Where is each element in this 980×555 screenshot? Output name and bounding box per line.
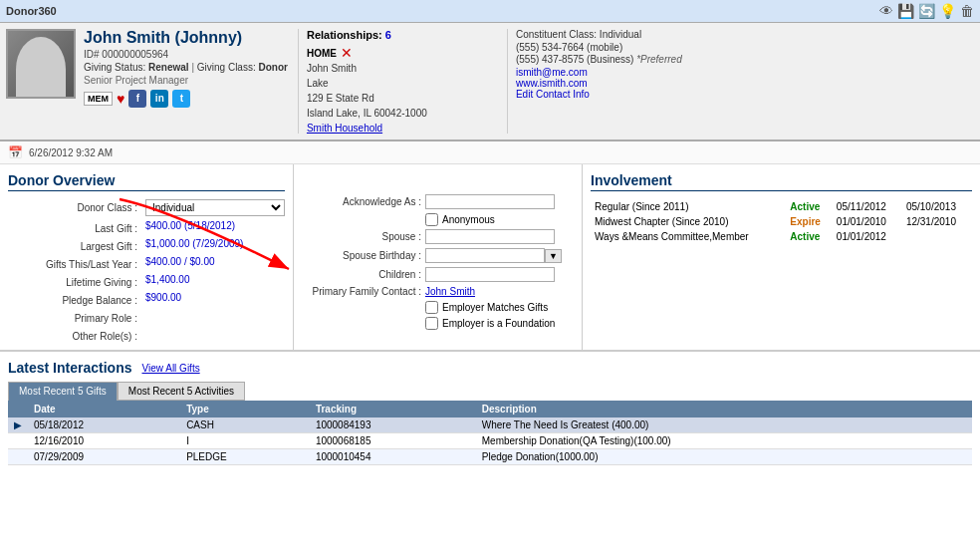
involvement-title: Involvement [591, 172, 972, 191]
avatar [6, 29, 76, 99]
last-gift-value: $400.00 (5/18/2012) [145, 220, 285, 234]
involvement-status: Active [786, 229, 833, 244]
star-icon[interactable]: 💡 [939, 3, 956, 19]
interaction-description: Where The Need Is Greatest (400.00) [476, 417, 972, 433]
email-link[interactable]: ismith@me.com [516, 67, 974, 78]
involvement-status: Active [786, 199, 833, 214]
involvement-end [902, 229, 972, 244]
eye-icon[interactable]: 👁 [879, 3, 893, 19]
interaction-tracking: 1000068185 [310, 433, 476, 449]
family-section: Acknowledge As : Anonymous Spouse : Spou… [294, 164, 583, 350]
heart-icon[interactable]: ♥ [117, 91, 124, 107]
row-expand-icon[interactable] [8, 449, 28, 465]
giving-class-value: Donor [258, 62, 287, 73]
involvement-name: Ways &Means Committee,Member [591, 229, 786, 244]
interaction-type: CASH [180, 417, 310, 433]
facebook-icon[interactable]: f [128, 90, 146, 108]
acknowledge-as-row: Acknowledge As : [302, 194, 574, 209]
employer-foundation-checkbox[interactable] [425, 317, 438, 330]
delete-relationship-icon[interactable]: ✕ [341, 45, 353, 61]
employer-matches-row: Employer Matches Gifts [425, 301, 574, 314]
save-icon[interactable]: 💾 [897, 3, 914, 19]
close-icon[interactable]: 🗑 [960, 3, 974, 19]
row-expand-icon[interactable] [8, 433, 28, 449]
gifts-this-last-label: Gifts This/Last Year : [8, 256, 137, 270]
involvement-name: Midwest Chapter (Since 2010) [591, 214, 786, 229]
spouse-birthday-label: Spouse Birthday : [302, 250, 421, 261]
interaction-type: PLEDGE [180, 449, 310, 465]
donor-class-field: Individual [145, 199, 285, 216]
giving-status-label: Giving Status: [84, 62, 145, 73]
primary-family-link[interactable]: John Smith [425, 286, 475, 297]
involvement-start: 05/11/2012 [833, 199, 902, 214]
edit-contact-link[interactable]: Edit Contact Info [516, 89, 974, 100]
pledge-balance-value: $900.00 [145, 292, 285, 306]
children-row: Children : [302, 267, 574, 282]
interaction-row: ▶ 05/18/2012 CASH 1000084193 Where The N… [8, 417, 972, 433]
donor-class-label: Donor Class : [8, 199, 137, 216]
spouse-row: Spouse : [302, 229, 574, 244]
interaction-date: 07/29/2009 [28, 449, 180, 465]
tab-most-recent-gifts[interactable]: Most Recent 5 Gifts [8, 382, 118, 401]
anonymous-checkbox[interactable] [425, 213, 438, 226]
other-roles-value [145, 328, 285, 342]
col-date: Date [28, 401, 180, 417]
contact-name: John Smith [307, 61, 497, 76]
interaction-date: 12/16/2010 [28, 433, 180, 449]
twitter-icon[interactable]: t [172, 90, 190, 108]
pledge-balance-label: Pledge Balance : [8, 292, 137, 306]
spouse-birthday-input[interactable] [425, 248, 545, 263]
refresh-icon[interactable]: 🔄 [918, 3, 935, 19]
interaction-row: 07/29/2009 PLEDGE 1000010454 Pledge Dona… [8, 449, 972, 465]
tab-most-recent-activities[interactable]: Most Recent 5 Activities [118, 382, 245, 401]
business-phone: (555) 437-8575 (Business) *Preferred [516, 54, 974, 65]
donor-role: Senior Project Manager [84, 75, 288, 86]
col-description: Description [476, 401, 972, 417]
view-all-gifts-link[interactable]: View All Gifts [141, 363, 199, 374]
last-gift-label: Last Gift : [8, 220, 137, 234]
business-phone-number: (555) 437-8575 (Business) [516, 54, 633, 65]
donor-class-select[interactable]: Individual [145, 199, 285, 216]
acknowledge-as-label: Acknowledge As : [302, 196, 421, 207]
anonymous-label: Anonymous [442, 214, 495, 225]
children-label: Children : [302, 269, 421, 280]
linkedin-icon[interactable]: in [150, 90, 168, 108]
interaction-description: Pledge Donation(1000.00) [476, 449, 972, 465]
household-link[interactable]: Smith Household [307, 123, 497, 134]
birthday-dropdown-icon[interactable]: ▼ [545, 249, 562, 263]
employer-matches-checkbox[interactable] [425, 301, 438, 314]
children-input[interactable] [425, 267, 555, 282]
interaction-row: 12/16/2010 I 1000068185 Membership Donat… [8, 433, 972, 449]
col-arrow [8, 401, 28, 417]
involvement-start: 01/01/2010 [833, 214, 902, 229]
app-title: Donor360 [6, 5, 57, 17]
involvement-start: 01/01/2012 [833, 229, 902, 244]
relationships-area: Relationships: 6 HOME ✕ John Smith Lake … [298, 29, 497, 134]
employer-foundation-label: Employer is a Foundation [442, 318, 555, 329]
home-label: HOME [307, 48, 337, 59]
primary-role-label: Primary Role : [8, 310, 137, 324]
website-link[interactable]: www.ismith.com [516, 78, 974, 89]
interactions-table: Date Type Tracking Description ▶ 05/18/2… [8, 401, 972, 465]
mem-badge[interactable]: MEM [84, 92, 113, 106]
involvement-row: Midwest Chapter (Since 2010) Expire 01/0… [591, 214, 972, 229]
date-display: 6/26/2012 9:32 AM [29, 147, 113, 158]
row-expand-icon[interactable]: ▶ [8, 417, 28, 433]
contact-area: Constituent Class: Individual (555) 534-… [507, 29, 974, 134]
anonymous-row: Anonymous [425, 213, 574, 226]
donor-overview-title: Donor Overview [8, 172, 285, 191]
involvement-status: Expire [786, 214, 833, 229]
col-tracking: Tracking [310, 401, 476, 417]
address-block: John Smith Lake 129 E State Rd Island La… [307, 61, 497, 121]
tabs-container: Most Recent 5 Gifts Most Recent 5 Activi… [8, 382, 972, 401]
contact-city: Lake [307, 76, 497, 91]
date-bar: 📅 6/26/2012 9:32 AM [0, 141, 980, 164]
spouse-input[interactable] [425, 229, 555, 244]
relationships-link[interactable]: 6 [385, 29, 391, 41]
relationships-title: Relationships: 6 [307, 29, 497, 41]
donor-status: Giving Status: Renewal | Giving Class: D… [84, 62, 288, 73]
spouse-label: Spouse : [302, 231, 421, 242]
acknowledge-as-input[interactable] [425, 194, 555, 209]
interactions-section: Latest Interactions View All Gifts Most … [0, 351, 980, 473]
interaction-tracking: 1000084193 [310, 417, 476, 433]
